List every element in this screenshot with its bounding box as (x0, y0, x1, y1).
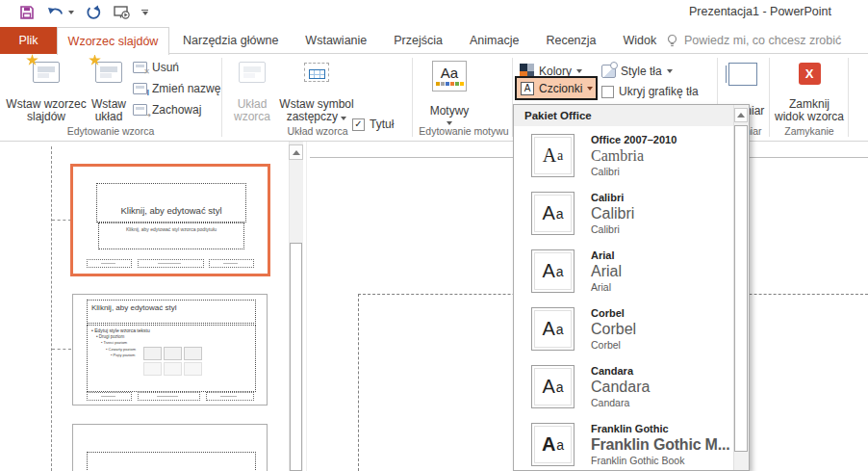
font-theme-candara[interactable]: Aa Candara Candara Candara (514, 359, 734, 417)
footer-placeholder (138, 259, 204, 268)
theme-fonts-button[interactable]: A Czcionki (515, 76, 598, 100)
content-icons (143, 347, 202, 376)
tell-me-box[interactable]: Powiedz mi, co chcesz zrobić (666, 27, 841, 54)
table-icon (143, 347, 162, 360)
tab-home[interactable]: Narzędzia główne (183, 34, 278, 47)
tab-transitions[interactable]: Przejścia (394, 34, 443, 47)
picture-icon (184, 347, 202, 360)
title-bar: Prezentacja1 - PowerPoint (0, 0, 868, 27)
insert-placeholder-button[interactable]: Wstaw symbol zastępczy (279, 56, 354, 125)
preserve-button: Zachowaj (133, 100, 201, 119)
customize-quick-access-icon[interactable] (141, 10, 148, 16)
slide-master-thumbnail-selected[interactable]: Kliknij, aby edytować styl Kliknij, aby … (70, 164, 270, 276)
thumbnail-tree-line (51, 146, 52, 471)
group-label-closing: Zamykanie (773, 125, 846, 137)
title-placeholder (87, 452, 256, 471)
dropdown-caret-icon (341, 117, 346, 120)
insert-layout-icon (95, 62, 122, 83)
start-slideshow-icon[interactable] (113, 3, 132, 22)
font-theme-calibri[interactable]: Aa Calibri Calibri Calibri (514, 186, 734, 244)
dropdown-caret-icon (667, 69, 673, 73)
tab-insert[interactable]: Wstawianie (305, 34, 367, 47)
scrollbar-thumb[interactable] (734, 125, 748, 452)
chart-icon (164, 347, 182, 360)
close-x-icon: X (799, 63, 821, 85)
scrollbar-thumb[interactable] (290, 243, 302, 471)
font-theme-franklin-gothic[interactable]: Aa Franklin Gothic Franklin Gothic M... … (514, 417, 734, 471)
layout-thumbnail[interactable]: Kliknij, aby edytować styl Edytuj style … (72, 294, 268, 406)
group-divider (769, 58, 770, 137)
subtitle-placeholder: Kliknij, aby edytować styl wzorca podtyt… (98, 222, 244, 249)
undo-dropdown-icon[interactable] (68, 11, 74, 14)
tab-slide-master[interactable]: Wzorzec slajdów (57, 27, 169, 55)
master-layout-button: Układ wzorca (227, 56, 277, 125)
font-a-icon: A (521, 82, 534, 95)
insert-slide-master-icon (33, 62, 60, 83)
panel-editor-divider (306, 142, 307, 471)
group-label-master-layout: Układ wzorca (236, 125, 399, 137)
font-sample-aa-icon: Aa (531, 423, 574, 466)
lightbulb-icon (666, 34, 678, 48)
tab-file[interactable]: Plik (0, 27, 57, 54)
fonts-menu-list: Aa Office 2007–2010 Cambria Calibri Aa C… (514, 128, 734, 471)
font-theme-arial[interactable]: Aa Arial Arial Arial (514, 244, 734, 301)
master-layout-icon (239, 62, 266, 83)
title-placeholder: Kliknij, aby edytować styl (87, 300, 256, 324)
hide-background-graphics-checkbox[interactable] (601, 86, 614, 98)
font-theme-office-2007-2010[interactable]: Aa Office 2007–2010 Cambria Calibri (514, 128, 734, 186)
font-theme-corbel[interactable]: Aa Corbel Corbel Corbel (514, 301, 734, 359)
font-sample-aa-icon: Aa (531, 365, 574, 408)
scroll-up-button[interactable] (289, 144, 303, 160)
tab-view[interactable]: Widok (624, 34, 657, 47)
theme-fonts-dropdown: Pakiet Office Aa Office 2007–2010 Cambri… (513, 104, 750, 471)
tell-me-label: Powiedz mi, co chcesz zrobić (684, 34, 841, 47)
rename-icon (133, 83, 147, 94)
save-icon[interactable] (17, 3, 37, 22)
fonts-menu-header: Pakiet Office (514, 105, 734, 126)
dropdown-caret-icon (576, 69, 582, 73)
ribbon-tab-bar: Plik Wzorzec slajdów Narzędzia główne Ws… (0, 27, 868, 54)
tab-animations[interactable]: Animacje (470, 34, 519, 47)
close-master-view-button[interactable]: X Zamknij widok wzorca (773, 56, 846, 125)
delete-button: Usuń (133, 58, 179, 77)
background-styles-icon (601, 65, 616, 78)
font-sample-aa-icon: Aa (531, 307, 574, 351)
slide-size-icon (728, 63, 757, 86)
date-placeholder (87, 259, 132, 268)
insert-placeholder-icon (304, 63, 329, 82)
footer-placeholder (138, 392, 200, 401)
undo-icon[interactable] (46, 3, 65, 22)
insert-slide-master-button[interactable]: Wstaw wzorzec slajdów (6, 56, 87, 125)
group-divider (221, 58, 222, 137)
slidenumber-placeholder (209, 259, 254, 268)
powerpoint-window: Prezentacja1 - PowerPoint Plik Wzorzec s… (0, 0, 868, 471)
date-placeholder (87, 392, 132, 401)
insert-layout-button[interactable]: Wstaw układ (87, 56, 131, 125)
tab-list: Narzędzia główne Wstawianie Przejścia An… (183, 27, 656, 54)
themes-icon: Aa (432, 61, 467, 92)
rename-button[interactable]: Zmień nazwę (133, 79, 220, 98)
group-divider (848, 58, 849, 137)
window-title: Prezentacja1 - PowerPoint (689, 5, 831, 18)
font-sample-aa-icon: Aa (531, 134, 574, 177)
delete-icon (133, 62, 147, 73)
dropdown-caret-icon (587, 87, 593, 91)
redo-icon[interactable] (84, 3, 103, 22)
thumbnail-tree-connector (52, 220, 71, 221)
content-placeholder: Edytuj style wzorca tekstu Drugi poziom … (87, 325, 256, 392)
smartart-icon (143, 362, 162, 376)
font-sample-aa-icon: Aa (531, 192, 574, 235)
preserve-icon (133, 104, 147, 116)
tab-review[interactable]: Recenzja (546, 34, 596, 47)
scroll-up-button[interactable] (734, 108, 748, 122)
slidenumber-placeholder (206, 392, 254, 401)
quick-access-toolbar (17, 3, 148, 22)
background-styles-button[interactable]: Style tła (601, 61, 673, 81)
themes-button[interactable]: Aa Motywy (421, 56, 478, 125)
clipart-icon (164, 362, 182, 376)
layout-thumbnail[interactable] (72, 424, 268, 471)
hide-background-graphics-row[interactable]: Ukryj grafikę tła (601, 85, 699, 98)
thumbnail-tree-connector (52, 349, 71, 350)
media-icon (184, 362, 202, 376)
font-sample-aa-icon: Aa (531, 249, 574, 293)
